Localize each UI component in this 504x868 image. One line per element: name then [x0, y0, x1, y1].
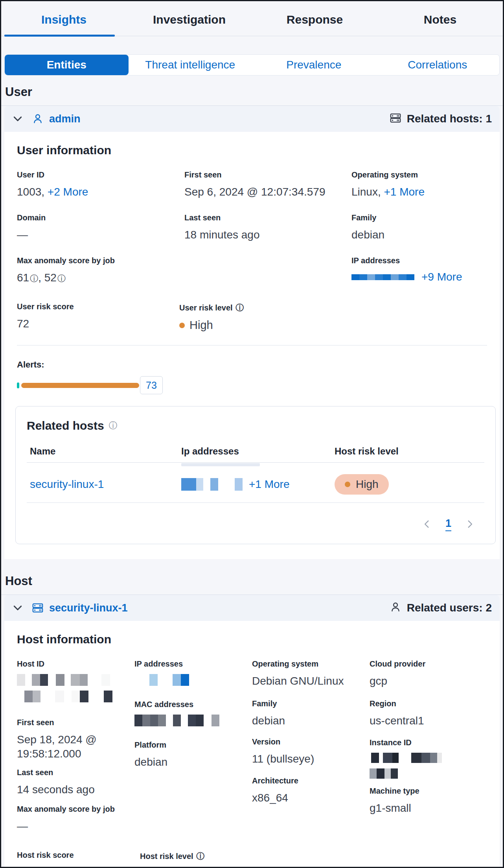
risk-high-dot [179, 323, 185, 328]
chevron-down-icon[interactable] [12, 113, 23, 124]
grid-spacer [184, 256, 351, 286]
subtab-correlations[interactable]: Correlations [376, 55, 500, 75]
field-user-id: User ID 1003, +2 More [17, 170, 184, 199]
previous-page-button[interactable] [422, 519, 432, 529]
tab-investigation[interactable]: Investigation [127, 5, 252, 36]
last-seen-value: 14 seconds ago [17, 783, 134, 797]
user-id-value: 1003, [17, 186, 44, 198]
host-accordion-header[interactable]: security-linux-1 Related users: 2 [4, 595, 500, 621]
field-label: Family [351, 213, 487, 222]
platform-value: debian [134, 755, 252, 769]
divider [17, 345, 487, 345]
column-header-ip-addresses: Ip addresses [181, 446, 335, 457]
tab-insights-label: Insights [41, 13, 86, 26]
related-hosts-title-text: Related hosts [27, 419, 104, 432]
field-value: Linux, +1 More [351, 185, 487, 199]
user-icon [390, 601, 401, 615]
info-icon[interactable]: ⓘ [109, 420, 118, 432]
field-label: Family [252, 699, 370, 708]
field-value: 1003, +2 More [17, 185, 184, 199]
alerts-bar-orange-segment [21, 383, 139, 388]
anomaly-score-value: — [17, 819, 134, 833]
field-operating-system: Operating system Linux, +1 More [351, 170, 487, 199]
field-ip-addresses: IP addresses [134, 659, 252, 686]
host-info-column-4: Cloud provider gcp Region us-central1 In… [370, 659, 487, 815]
host-information-title: Host information [17, 633, 487, 646]
alerts-bar: 73 [17, 376, 487, 394]
chevron-down-icon[interactable] [12, 602, 23, 613]
info-icon[interactable]: ⓘ [57, 274, 66, 283]
subtab-threat-intelligence-label: Threat intelligence [145, 59, 235, 71]
os-more-link[interactable]: +1 More [384, 186, 425, 198]
field-instance-id: Instance ID [370, 738, 487, 779]
column-header-host-risk-level: Host risk level [335, 446, 481, 457]
alerts-bar-green-segment [17, 382, 19, 388]
subtab-prevalence[interactable]: Prevalence [252, 55, 376, 75]
field-label: Host ID [17, 659, 134, 669]
alerts-label: Alerts: [17, 360, 487, 370]
related-hosts-count: Related hosts: 1 [407, 113, 492, 125]
host-accordion: security-linux-1 Related users: 2 Host i… [4, 595, 500, 868]
region-value: us-central1 [370, 714, 487, 728]
os-value: Debian GNU/Linux [252, 674, 370, 688]
info-icon[interactable]: ⓘ [196, 851, 204, 861]
domain-value: — [17, 228, 184, 242]
field-host-risk-level: Host risk level ⓘ High [140, 851, 487, 868]
tab-notes[interactable]: Notes [377, 5, 503, 36]
field-family: Family debian [351, 213, 487, 242]
field-family: Family debian [252, 699, 370, 728]
field-label: Host risk score [17, 851, 140, 860]
user-icon [32, 113, 44, 125]
field-first-seen: First seen Sep 18, 2024 @ 19:58:12.000 [17, 718, 134, 761]
tab-investigation-label: Investigation [153, 13, 226, 26]
field-label: Instance ID [370, 738, 487, 747]
field-host-risk-score: Host risk score 72 [17, 851, 140, 868]
field-label: MAC addresses [134, 700, 252, 709]
user-id-more-link[interactable]: +2 More [48, 186, 88, 198]
info-icon[interactable]: ⓘ [30, 274, 38, 283]
next-page-button[interactable] [465, 519, 475, 529]
related-users-count: Related users: 2 [407, 602, 492, 614]
subtab-threat-intelligence[interactable]: Threat intelligence [129, 55, 252, 75]
storage-icon [390, 112, 401, 126]
page-number-1[interactable]: 1 [445, 517, 451, 531]
subtab-entities-label: Entities [47, 59, 86, 71]
user-risk-score-value: 72 [17, 317, 179, 331]
redacted-mac-blocks [134, 715, 252, 726]
info-icon[interactable]: ⓘ [235, 303, 244, 312]
first-seen-value: Sep 18, 2024 @ 19:58:12.000 [17, 733, 131, 761]
subtab-prevalence-label: Prevalence [286, 59, 341, 71]
user-section-title: User [1, 76, 503, 106]
tab-response-label: Response [287, 13, 343, 26]
user-accordion: admin Related hosts: 1 User information [4, 106, 500, 559]
field-label: IP addresses [134, 659, 252, 669]
machine-type-value: g1-small [370, 801, 487, 815]
separator: , [38, 271, 44, 284]
field-max-anomaly-score: Max anomaly score by job — [17, 805, 134, 833]
host-accordion-body: Host information Host ID First seen Sep … [4, 621, 500, 868]
redacted-ip-bar [351, 274, 414, 280]
cloud-provider-value: gcp [370, 674, 487, 688]
user-entity-link[interactable]: admin [49, 113, 81, 125]
tab-insights[interactable]: Insights [1, 5, 127, 36]
tab-response[interactable]: Response [252, 5, 377, 36]
tab-bar: Insights Investigation Response Notes [1, 1, 503, 36]
field-label: Platform [134, 741, 252, 750]
host-risk-row: Host risk score 72 Host risk level ⓘ Hig… [4, 851, 500, 868]
field-label: User risk level ⓘ [179, 302, 487, 313]
risk-level-label: Host risk level [140, 852, 193, 861]
host-entity-link[interactable]: security-linux-1 [49, 602, 128, 614]
ip-more-link[interactable]: +9 More [421, 271, 462, 283]
field-label: Last seen [17, 768, 134, 777]
row-ip-more-link[interactable]: +1 More [249, 478, 290, 491]
family-value: debian [252, 714, 370, 728]
os-value: Linux, [351, 186, 381, 198]
subtab-entities[interactable]: Entities [5, 55, 129, 75]
anomaly-scores-value: 61ⓘ, 52ⓘ [17, 271, 184, 286]
host-name-link[interactable]: security-linux-1 [30, 478, 104, 490]
user-accordion-header[interactable]: admin Related hosts: 1 [4, 106, 500, 132]
host-information-grid: Host ID First seen Sep 18, 2024 @ 19:58:… [4, 659, 500, 833]
risk-high-dot [345, 482, 350, 487]
table-loading-bar [181, 463, 260, 466]
field-architecture: Architecture x86_64 [252, 776, 370, 805]
